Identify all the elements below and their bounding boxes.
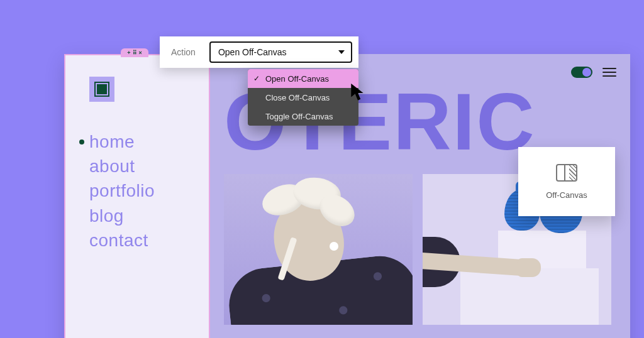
offcanvas-card-label: Off-Canvas [546, 190, 587, 200]
nav-item-contact[interactable]: contact [89, 228, 201, 253]
nav-item-home[interactable]: home [89, 129, 201, 154]
offcanvas-element-card[interactable]: Off-Canvas [518, 147, 615, 216]
action-select-value: Open Off-Canvas [218, 47, 287, 57]
offcanvas-sidebar: home about portfolio blog contact FB. IG… [64, 54, 210, 338]
action-label: Action [171, 47, 196, 57]
dropdown-option-close[interactable]: Close Off-Canvas [248, 88, 358, 107]
chevron-down-icon [338, 50, 345, 54]
dropdown-option-open[interactable]: Open Off-Canvas [248, 69, 358, 88]
site-logo[interactable] [89, 77, 114, 102]
action-select[interactable]: Open Off-Canvas [209, 41, 352, 63]
handle-drag-icon[interactable]: ⠿ [133, 50, 137, 56]
gallery-image-1[interactable] [224, 174, 413, 325]
theme-toggle[interactable] [571, 67, 592, 78]
logo-mark [96, 83, 108, 95]
handle-close-icon[interactable]: × [139, 50, 142, 56]
hamburger-icon[interactable] [602, 68, 616, 77]
element-handle[interactable]: + ⠿ × [121, 48, 148, 57]
primary-nav: home about portfolio blog contact [89, 129, 201, 253]
nav-item-portfolio[interactable]: portfolio [89, 178, 201, 203]
nav-item-about[interactable]: about [89, 154, 201, 178]
nav-item-blog[interactable]: blog [89, 204, 201, 228]
action-dropdown: Open Off-Canvas Close Off-Canvas Toggle … [248, 69, 358, 126]
handle-add-icon[interactable]: + [127, 50, 130, 56]
dropdown-option-toggle[interactable]: Toggle Off-Canvas [248, 107, 358, 126]
action-panel: Action Open Off-Canvas [160, 36, 358, 68]
offcanvas-icon [556, 164, 577, 182]
